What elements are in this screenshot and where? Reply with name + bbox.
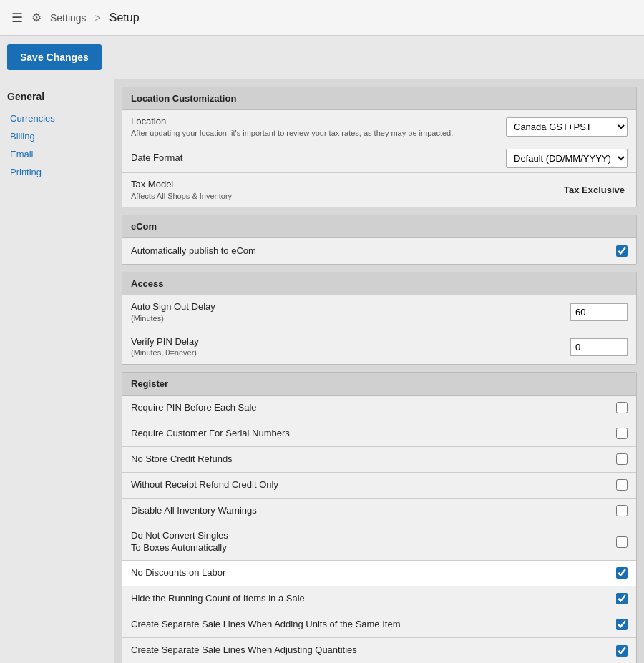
verify-pin-delay-label: Verify PIN Delay (Minutes, 0=never) bbox=[122, 330, 507, 364]
hide-running-count-row: Hide the Running Count of Items in a Sal… bbox=[122, 586, 636, 612]
auto-sign-out-delay-label: Auto Sign Out Delay (Minutes) bbox=[122, 295, 507, 329]
require-customer-serial-label: Require Customer For Serial Numbers bbox=[122, 422, 507, 446]
tax-model-label: Tax Model Affects All Shops & Inventory bbox=[122, 173, 507, 207]
no-store-credit-refunds-checkbox[interactable] bbox=[616, 453, 628, 465]
tax-model-row: Tax Model Affects All Shops & Inventory … bbox=[122, 173, 636, 207]
hide-running-count-control bbox=[507, 589, 636, 609]
verify-pin-control bbox=[507, 334, 636, 360]
require-pin-row: Require PIN Before Each Sale bbox=[122, 396, 636, 421]
sidebar-section-title: General bbox=[7, 91, 107, 102]
access-header: Access bbox=[122, 272, 636, 295]
require-customer-serial-checkbox[interactable] bbox=[616, 428, 628, 439]
location-customization-header: Location Customization bbox=[122, 87, 636, 110]
hamburger-menu-icon[interactable]: ☰ bbox=[11, 10, 23, 26]
register-section: Register Require PIN Before Each Sale Re… bbox=[122, 372, 637, 663]
date-format-control: Default (DD/MM/YYYY) MM/DD/YYYY YYYY-MM-… bbox=[497, 144, 636, 172]
main-layout: General Currencies Billing Email Printin… bbox=[0, 79, 644, 663]
create-separate-sale-lines-adding-row: Create Separate Sale Lines When Adding U… bbox=[122, 612, 636, 638]
require-pin-checkbox[interactable] bbox=[616, 402, 628, 413]
no-store-credit-refunds-label: No Store Credit Refunds bbox=[122, 448, 507, 471]
date-format-select[interactable]: Default (DD/MM/YYYY) MM/DD/YYYY YYYY-MM-… bbox=[506, 149, 628, 168]
without-receipt-refund-label: Without Receipt Refund Credit Only bbox=[122, 473, 507, 497]
without-receipt-refund-row: Without Receipt Refund Credit Only bbox=[122, 473, 636, 499]
do-not-convert-singles-row: Do Not Convert SinglesTo Boxes Automatic… bbox=[122, 524, 636, 561]
location-control: Canada GST+PST Canada GST USA Australia … bbox=[497, 113, 636, 141]
no-store-credit-refunds-row: No Store Credit Refunds bbox=[122, 447, 636, 473]
disable-inventory-warnings-control bbox=[507, 501, 636, 521]
create-separate-sale-lines-adjusting-control bbox=[507, 641, 636, 661]
create-separate-sale-lines-adding-label: Create Separate Sale Lines When Adding U… bbox=[122, 613, 507, 637]
tax-model-control: Tax Exclusive bbox=[507, 180, 636, 200]
settings-content: Location Customization Location After up… bbox=[114, 79, 644, 663]
disable-inventory-warnings-checkbox[interactable] bbox=[616, 505, 628, 516]
location-sub-label: After updating your location, it's impor… bbox=[131, 128, 489, 138]
settings-breadcrumb-label: Settings bbox=[50, 12, 87, 24]
sidebar: General Currencies Billing Email Printin… bbox=[0, 79, 114, 663]
without-receipt-refund-control bbox=[507, 475, 636, 495]
tax-model-value: Tax Exclusive bbox=[564, 185, 628, 195]
auto-sign-out-delay-row: Auto Sign Out Delay (Minutes) bbox=[122, 295, 636, 330]
do-not-convert-singles-control bbox=[507, 532, 636, 552]
ecom-section: eCom Automatically publish to eCom bbox=[122, 215, 637, 265]
location-customization-section: Location Customization Location After up… bbox=[122, 87, 637, 207]
auto-publish-ecom-control bbox=[507, 241, 636, 261]
require-customer-serial-control bbox=[507, 423, 636, 443]
auto-publish-ecom-row: Automatically publish to eCom bbox=[122, 238, 636, 264]
do-not-convert-singles-label: Do Not Convert SinglesTo Boxes Automatic… bbox=[122, 524, 507, 560]
location-select[interactable]: Canada GST+PST Canada GST USA Australia … bbox=[506, 117, 628, 137]
do-not-convert-singles-checkbox[interactable] bbox=[616, 536, 628, 548]
verify-pin-delay-row: Verify PIN Delay (Minutes, 0=never) bbox=[122, 330, 636, 364]
hide-running-count-checkbox[interactable] bbox=[616, 593, 628, 604]
sidebar-item-billing[interactable]: Billing bbox=[7, 127, 107, 145]
create-separate-sale-lines-adjusting-row: Create Separate Sale Lines When Adjustin… bbox=[122, 638, 636, 663]
hide-running-count-label: Hide the Running Count of Items in a Sal… bbox=[122, 587, 507, 611]
date-format-row: Date Format Default (DD/MM/YYYY) MM/DD/Y… bbox=[122, 144, 636, 173]
auto-publish-ecom-label: Automatically publish to eCom bbox=[122, 240, 507, 263]
location-row: Location After updating your location, i… bbox=[122, 110, 636, 144]
page-title: Setup bbox=[109, 11, 140, 24]
create-separate-sale-lines-adjusting-label: Create Separate Sale Lines When Adjustin… bbox=[122, 639, 507, 662]
tax-model-sub-label: Affects All Shops & Inventory bbox=[131, 191, 499, 201]
save-changes-bar: Save Changes bbox=[0, 36, 644, 79]
date-format-label: Date Format bbox=[122, 147, 497, 170]
no-discounts-on-labor-label: No Discounts on Labor bbox=[122, 561, 507, 585]
without-receipt-refund-checkbox[interactable] bbox=[616, 479, 628, 491]
auto-publish-ecom-checkbox[interactable] bbox=[616, 245, 628, 257]
create-separate-sale-lines-adding-checkbox[interactable] bbox=[616, 619, 628, 630]
save-changes-button[interactable]: Save Changes bbox=[7, 44, 102, 70]
breadcrumb-chevron-icon: > bbox=[95, 12, 101, 24]
auto-sign-out-input[interactable] bbox=[570, 303, 628, 321]
create-separate-sale-lines-adjusting-checkbox[interactable] bbox=[616, 645, 628, 657]
sidebar-item-printing[interactable]: Printing bbox=[7, 163, 107, 181]
settings-gear-icon: ⚙ bbox=[31, 11, 42, 24]
ecom-header: eCom bbox=[122, 215, 636, 238]
sidebar-item-email[interactable]: Email bbox=[7, 145, 107, 163]
require-customer-serial-row: Require Customer For Serial Numbers bbox=[122, 421, 636, 447]
register-header: Register bbox=[122, 373, 636, 396]
auto-sign-out-sub-label: (Minutes) bbox=[131, 313, 499, 323]
no-discounts-on-labor-control bbox=[507, 563, 636, 583]
require-pin-label: Require PIN Before Each Sale bbox=[122, 396, 507, 420]
no-discounts-on-labor-checkbox[interactable] bbox=[616, 567, 628, 579]
verify-pin-input[interactable] bbox=[570, 338, 628, 356]
access-section: Access Auto Sign Out Delay (Minutes) Ver… bbox=[122, 272, 637, 364]
disable-inventory-warnings-label: Disable All Inventory Warnings bbox=[122, 499, 507, 523]
disable-inventory-warnings-row: Disable All Inventory Warnings bbox=[122, 499, 636, 524]
no-store-credit-refunds-control bbox=[507, 449, 636, 469]
create-separate-sale-lines-adding-control bbox=[507, 614, 636, 634]
location-label: Location After updating your location, i… bbox=[122, 110, 497, 144]
no-discounts-on-labor-row: No Discounts on Labor bbox=[122, 561, 636, 586]
require-pin-control bbox=[507, 398, 636, 418]
sidebar-item-currencies[interactable]: Currencies bbox=[7, 109, 107, 127]
auto-sign-out-control bbox=[507, 299, 636, 325]
top-navigation-bar: ☰ ⚙ Settings > Setup bbox=[0, 0, 644, 36]
verify-pin-sub-label: (Minutes, 0=never) bbox=[131, 348, 499, 358]
